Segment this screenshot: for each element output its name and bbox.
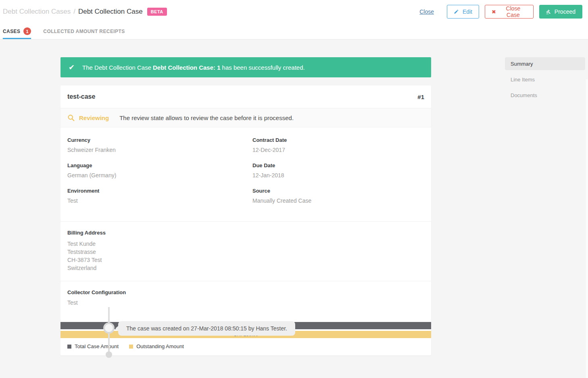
pencil-icon bbox=[454, 9, 459, 15]
timeline-end-dot bbox=[106, 351, 112, 358]
x-icon: ✖ bbox=[492, 9, 496, 15]
nav-item-summary-label: Summary bbox=[511, 61, 533, 67]
field-value: Schweizer Franken bbox=[67, 147, 252, 153]
billing-address-line: CH-3873 Test bbox=[67, 256, 424, 264]
billing-address-line: Test Kunde bbox=[67, 240, 424, 248]
header-actions: Close Edit ✖ Close Case Proceed bbox=[419, 5, 582, 19]
banner-text-suffix: has been successfully created. bbox=[222, 64, 305, 71]
billing-address-label: Billing Address bbox=[67, 230, 424, 236]
proceed-button[interactable]: Proceed bbox=[539, 5, 582, 19]
scrollbar[interactable] bbox=[585, 79, 588, 378]
field-contract-date: Contract Date 12-Dec-2017 bbox=[252, 137, 424, 153]
field-source: Source Manually Created Case bbox=[252, 188, 424, 204]
cases-count-badge: 1 bbox=[23, 27, 31, 35]
edit-button[interactable]: Edit bbox=[447, 5, 479, 19]
nav-item-documents-label: Documents bbox=[511, 92, 537, 98]
nav-item-summary[interactable]: Summary bbox=[505, 57, 585, 70]
billing-address-line: Teststrasse bbox=[67, 248, 424, 256]
case-fields: Currency Schweizer Franken Language Germ… bbox=[60, 127, 431, 221]
nav-item-line-items[interactable]: Line Items bbox=[505, 73, 585, 86]
tab-cases-label: CASES bbox=[3, 29, 20, 34]
tab-collected-amount-receipts[interactable]: COLLECTED AMOUNT RECEIPTS bbox=[43, 23, 125, 39]
nav-item-line-items-label: Line Items bbox=[511, 77, 535, 83]
search-icon bbox=[67, 114, 75, 122]
field-label: Currency bbox=[67, 137, 252, 143]
fields-column-right: Contract Date 12-Dec-2017 Due Date 12-Ja… bbox=[252, 137, 424, 213]
breadcrumb-parent[interactable]: Debt Collection Cases bbox=[3, 8, 71, 16]
billing-address-section: Billing Address Test Kunde Teststrasse C… bbox=[60, 221, 431, 281]
field-label: Language bbox=[67, 162, 252, 168]
case-state-row: Reviewing The review state allows to rev… bbox=[60, 108, 431, 127]
breadcrumb-separator: / bbox=[73, 8, 75, 16]
close-link[interactable]: Close bbox=[419, 8, 434, 15]
collector-configuration-label: Collector Configuration bbox=[67, 289, 424, 295]
section-nav: Summary Line Items Documents bbox=[505, 57, 585, 104]
breadcrumb: Debt Collection Cases / Debt Collection … bbox=[3, 8, 167, 16]
tab-bar: CASES 1 COLLECTED AMOUNT RECEIPTS bbox=[0, 23, 588, 39]
field-label: Source bbox=[252, 188, 424, 194]
case-card-header: test-case #1 bbox=[60, 85, 431, 108]
case-timeline: The case was created on 27-Mar-2018 08:5… bbox=[60, 307, 431, 360]
field-environment: Environment Test bbox=[67, 188, 252, 204]
check-icon: ✔ bbox=[69, 63, 75, 72]
beta-badge: BETA bbox=[147, 8, 167, 16]
timeline-event-bubble: The case was created on 27-Mar-2018 08:5… bbox=[118, 321, 295, 336]
field-value: 12-Dec-2017 bbox=[252, 147, 424, 153]
gavel-icon bbox=[546, 9, 551, 15]
nav-item-documents[interactable]: Documents bbox=[505, 89, 585, 102]
case-state-description: The review state allows to review the ca… bbox=[119, 114, 294, 121]
field-due-date: Due Date 12-Jan-2018 bbox=[252, 162, 424, 179]
field-label: Due Date bbox=[252, 162, 424, 168]
field-label: Environment bbox=[67, 188, 252, 194]
timeline-event-ring bbox=[103, 322, 115, 334]
case-number: #1 bbox=[417, 93, 424, 100]
close-case-button[interactable]: ✖ Close Case bbox=[485, 5, 534, 19]
field-value: Manually Created Case bbox=[252, 197, 424, 204]
page-title: Debt Collection Case bbox=[78, 8, 143, 16]
fields-column-left: Currency Schweizer Franken Language Germ… bbox=[67, 137, 252, 213]
app-header: Debt Collection Cases / Debt Collection … bbox=[0, 0, 588, 23]
close-case-button-label: Close Case bbox=[500, 5, 527, 18]
success-banner: ✔ The Debt Collection Case Debt Collecti… bbox=[60, 57, 431, 77]
field-label: Contract Date bbox=[252, 137, 424, 143]
active-tab-underline bbox=[3, 38, 31, 39]
tab-collected-amount-receipts-label: COLLECTED AMOUNT RECEIPTS bbox=[43, 29, 125, 34]
field-currency: Currency Schweizer Franken bbox=[67, 137, 252, 153]
banner-text-prefix: The Debt Collection Case bbox=[82, 64, 151, 71]
case-state-label: Reviewing bbox=[79, 114, 109, 121]
field-value: German (Germany) bbox=[67, 172, 252, 179]
proceed-button-label: Proceed bbox=[555, 8, 575, 15]
field-value: Test bbox=[67, 197, 252, 204]
timeline-event-text: The case was created on 27-Mar-2018 08:5… bbox=[126, 325, 287, 332]
billing-address-line: Switzerland bbox=[67, 264, 424, 272]
bubble-arrow bbox=[115, 326, 118, 331]
field-value: 12-Jan-2018 bbox=[252, 172, 424, 179]
tab-cases[interactable]: CASES 1 bbox=[3, 23, 31, 39]
collector-configuration-value: Test bbox=[67, 299, 424, 306]
edit-button-label: Edit bbox=[463, 8, 472, 15]
banner-text-bold: Debt Collection Case: 1 bbox=[153, 64, 221, 71]
field-language: Language German (Germany) bbox=[67, 162, 252, 179]
content-area: ✔ The Debt Collection Case Debt Collecti… bbox=[0, 39, 588, 378]
case-title: test-case bbox=[67, 93, 95, 100]
